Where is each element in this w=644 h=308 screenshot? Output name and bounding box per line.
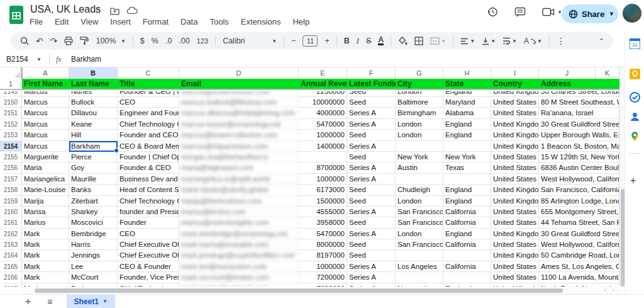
row-header[interactable]: 2166 xyxy=(0,272,22,283)
cell[interactable]: Ziterbart xyxy=(69,196,118,207)
cell[interactable]: Seed xyxy=(347,97,396,108)
cell[interactable]: United States xyxy=(491,152,539,163)
sheets-logo[interactable] xyxy=(9,6,23,24)
cell[interactable]: Business Dev and Op xyxy=(118,174,179,185)
column-header-G[interactable]: G xyxy=(396,67,443,79)
cell[interactable]: marisa@teritos.com xyxy=(179,207,299,217)
cell[interactable]: CEO xyxy=(118,229,179,239)
column-header-B[interactable]: B xyxy=(69,67,118,79)
cell[interactable]: 4555000 xyxy=(299,207,347,217)
cell[interactable]: Austin xyxy=(396,163,443,173)
cell[interactable]: Marguerite xyxy=(22,152,69,163)
cell[interactable]: California xyxy=(443,207,491,217)
cell[interactable]: Ra'anana, Israel xyxy=(539,108,619,118)
cell[interactable]: England xyxy=(443,130,491,140)
row-header[interactable]: 2161 xyxy=(0,217,22,228)
meet-video-icon[interactable]: ▼ xyxy=(542,8,562,16)
cell[interactable]: Ames St, Los Angeles, Calif xyxy=(539,261,619,272)
sheet-tab-caret-icon[interactable]: ▼ xyxy=(103,299,108,304)
cell[interactable]: Newcastle xyxy=(396,283,443,287)
cell[interactable]: London xyxy=(396,196,443,207)
cell[interactable]: United Kingdom xyxy=(491,196,539,207)
zoom-select[interactable]: 100% ▼ xyxy=(96,37,125,45)
row-header[interactable]: 2153 xyxy=(0,130,22,140)
cell[interactable]: Marcus xyxy=(22,97,69,108)
cell[interactable]: Seed xyxy=(347,250,396,261)
cell[interactable]: 10000000 xyxy=(299,97,347,108)
cell[interactable]: 6836 Austin Center Boulev xyxy=(539,163,619,173)
cell[interactable]: Baltimore xyxy=(396,97,443,108)
cell[interactable]: 7200000 xyxy=(299,272,347,283)
horizontal-scrollbar[interactable]: ‹ › xyxy=(22,287,619,294)
column-header-D[interactable]: D xyxy=(179,67,299,79)
cell[interactable]: Upper Borough Walls, Engl xyxy=(539,130,619,140)
row-header[interactable]: 2163 xyxy=(0,239,22,250)
cell[interactable]: Hill xyxy=(69,130,118,140)
cell[interactable]: 1000000 xyxy=(299,130,347,140)
decrease-font-size-button[interactable]: − xyxy=(291,37,296,45)
row-header[interactable]: 2154 xyxy=(0,141,22,152)
cell[interactable]: 8000000 xyxy=(299,239,347,250)
cell[interactable]: Lee xyxy=(69,261,118,272)
menu-extensions[interactable]: Extensions xyxy=(241,17,281,26)
format-percent-button[interactable]: % xyxy=(152,37,158,45)
cell[interactable]: 30 Great Guildford Street, L xyxy=(539,119,619,130)
cell[interactable]: 655 Montgomery Street, Sa xyxy=(539,207,619,217)
cell[interactable] xyxy=(443,272,491,283)
formula-input[interactable]: Barkham xyxy=(71,55,101,64)
name-box-caret-icon[interactable]: ▼ xyxy=(36,57,49,62)
cell[interactable]: Series A xyxy=(347,261,396,272)
cell[interactable]: London xyxy=(396,119,443,130)
column-header-I[interactable]: I xyxy=(491,67,539,79)
cell[interactable]: Alabama xyxy=(443,108,491,118)
row-header[interactable]: 2151 xyxy=(0,108,22,118)
italic-button[interactable]: I xyxy=(357,37,359,46)
cell[interactable]: Marcus xyxy=(22,119,69,130)
freeze-handle[interactable] xyxy=(21,67,23,79)
cell[interactable]: marcus.bullock@flikshop.com xyxy=(179,97,299,108)
cell[interactable]: CEO & Board Membe xyxy=(118,141,179,152)
cell[interactable]: 5470000 xyxy=(299,119,347,130)
cell[interactable]: Marie-Louise xyxy=(22,185,69,195)
cell[interactable]: Maria xyxy=(22,163,69,173)
cell[interactable]: McCourt xyxy=(69,272,118,283)
add-sheet-button[interactable]: + xyxy=(25,296,31,307)
merge-cells-icon[interactable]: ▼ xyxy=(430,37,446,45)
cell[interactable]: England xyxy=(443,91,491,97)
header-cell[interactable]: Latest Funding xyxy=(347,79,396,89)
comment-icon[interactable] xyxy=(514,7,526,18)
cell[interactable]: United Kingdom xyxy=(491,250,539,261)
cell[interactable]: Mark xyxy=(22,250,69,261)
menu-help[interactable]: Help xyxy=(292,17,309,26)
cell[interactable]: Seed xyxy=(347,239,396,250)
cell[interactable]: San Francisco, California, U xyxy=(539,185,619,195)
cell[interactable] xyxy=(443,250,491,261)
row-header[interactable]: 1 xyxy=(0,79,22,89)
cell[interactable]: Chief Technology Off xyxy=(118,283,179,287)
vertical-scrollbar[interactable] xyxy=(619,67,625,287)
menu-edit[interactable]: Edit xyxy=(55,17,69,26)
cell[interactable]: Harris xyxy=(69,239,118,250)
cell[interactable]: Marius xyxy=(22,217,69,228)
version-history-icon[interactable] xyxy=(487,6,498,18)
scroll-arrows[interactable]: ‹ › xyxy=(604,287,618,294)
cell[interactable]: United Kingdom xyxy=(491,130,539,140)
cell[interactable]: Seed xyxy=(347,91,396,97)
cell[interactable]: 1400000 xyxy=(299,141,347,152)
cell[interactable]: Seed xyxy=(347,130,396,140)
cell[interactable]: Founder and CEO xyxy=(118,130,179,140)
cell[interactable]: 30 Great Guildford Street, L xyxy=(539,229,619,239)
cell[interactable]: Maryland xyxy=(443,97,491,108)
cell[interactable]: United Kingdom xyxy=(491,91,539,97)
borders-icon[interactable] xyxy=(414,37,423,45)
cell[interactable]: Chief Technology Off xyxy=(118,119,179,130)
cloud-status-icon[interactable] xyxy=(127,7,138,14)
cell[interactable]: Founder, Vice Presid xyxy=(118,272,179,283)
cell[interactable]: 80 M Street Southeast, Wa xyxy=(539,97,619,108)
cell[interactable]: United Kingdom xyxy=(491,283,539,287)
header-cell[interactable]: State xyxy=(443,79,491,89)
star-icon[interactable]: ☆ xyxy=(94,6,103,16)
cell[interactable]: New York xyxy=(396,152,443,163)
cell[interactable]: San Francisco xyxy=(396,217,443,228)
cell[interactable]: Bembridge xyxy=(69,229,118,239)
